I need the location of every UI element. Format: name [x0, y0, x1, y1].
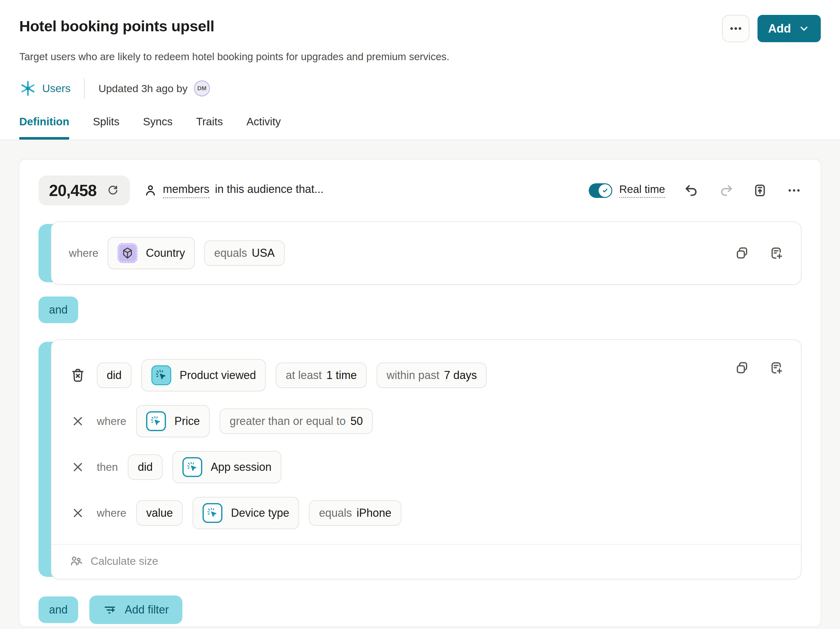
row-label-then: then: [97, 461, 118, 473]
joiner-and[interactable]: and: [38, 296, 78, 323]
undo-icon: [684, 183, 699, 198]
event-filter-row-device: where value Device type equals iPhone: [69, 490, 783, 536]
time-window-chip[interactable]: within past 7 days: [377, 363, 487, 388]
redo-button[interactable]: [718, 183, 733, 198]
value-label: value: [146, 506, 173, 520]
property-chip-country[interactable]: Country: [107, 237, 195, 269]
did-label: did: [107, 369, 122, 382]
event-row: did Product viewed at least 1 time withi…: [69, 352, 783, 398]
operator-chip-gte-50[interactable]: greater than or equal to 50: [219, 408, 373, 434]
entity-type-text: Users: [42, 82, 70, 95]
add-filter-label: Add filter: [125, 603, 169, 616]
note-add-icon: [769, 360, 783, 375]
tab-activity[interactable]: Activity: [246, 115, 281, 140]
pointer-click-icon: [152, 365, 171, 385]
close-icon: [71, 460, 85, 474]
audience-builder-card: 20,458 members in this audience that...: [19, 159, 821, 627]
row-label-where: where: [97, 507, 126, 519]
page-description: Target users who are likely to redeem ho…: [19, 51, 821, 63]
more-horizontal-icon: [729, 21, 743, 36]
add-note-button[interactable]: [769, 360, 783, 375]
realtime-toggle[interactable]: [589, 183, 612, 198]
then-event-row: then did App session: [69, 444, 783, 490]
members-link[interactable]: members: [163, 183, 209, 198]
operator-value: USA: [251, 247, 275, 260]
delete-condition-button[interactable]: [70, 367, 86, 383]
cube-icon: [118, 243, 137, 263]
operator-chip-equals-usa[interactable]: equals USA: [204, 240, 284, 266]
property-chip-label: Country: [146, 247, 185, 260]
event-chip-app-session[interactable]: App session: [172, 451, 281, 483]
condition-block-event: did Product viewed at least 1 time withi…: [38, 339, 802, 579]
pointer-click-icon: [182, 457, 202, 477]
operator-value: 50: [351, 415, 363, 428]
trash-x-icon: [70, 367, 86, 383]
window-value: 7 days: [444, 369, 477, 382]
operator-text: equals: [319, 506, 352, 520]
duplicate-condition-button[interactable]: [734, 246, 749, 260]
pointer-click-icon: [202, 503, 223, 523]
definition-panel: 20,458 members in this audience that...: [0, 140, 840, 629]
did-label: did: [138, 460, 153, 474]
operator-text: greater than or equal to: [229, 415, 346, 428]
property-chip-device-type[interactable]: Device type: [193, 497, 299, 529]
redo-icon: [718, 183, 733, 198]
save-draft-button[interactable]: [753, 183, 767, 198]
member-count-pill: 20,458: [38, 175, 130, 205]
card-more-button[interactable]: [787, 183, 802, 198]
event-chip-label: Product viewed: [180, 369, 256, 382]
undo-button[interactable]: [684, 183, 699, 198]
page-title: Hotel booking points upsell: [19, 17, 214, 35]
add-filter-button[interactable]: Add filter: [89, 596, 182, 624]
pointer-click-icon: [146, 411, 166, 431]
property-chip-price[interactable]: Price: [136, 405, 210, 437]
duplicate-condition-button[interactable]: [734, 360, 749, 375]
tab-definition[interactable]: Definition: [19, 115, 69, 140]
add-button[interactable]: Add: [758, 15, 821, 42]
filter-plus-icon: [103, 603, 117, 616]
tab-syncs[interactable]: Syncs: [143, 115, 172, 140]
event-chip-product-viewed[interactable]: Product viewed: [141, 359, 266, 391]
did-chip[interactable]: did: [128, 454, 163, 480]
operator-value: iPhone: [357, 506, 392, 520]
event-chip-label: App session: [211, 460, 272, 474]
snowflake-icon: [19, 80, 36, 97]
calculate-size-label: Calculate size: [91, 555, 158, 567]
vertical-divider: [84, 78, 85, 99]
entity-type-label: Users: [19, 80, 70, 97]
row-label-where: where: [97, 415, 126, 427]
refresh-count-button[interactable]: [106, 184, 119, 197]
property-chip-label: Device type: [231, 506, 289, 520]
tab-bar: Definition Splits Syncs Traits Activity: [0, 115, 840, 140]
chevron-down-icon: [798, 22, 810, 35]
tab-traits[interactable]: Traits: [196, 115, 223, 140]
close-icon: [71, 506, 85, 520]
property-chip-label: Price: [174, 415, 200, 428]
frequency-value: 1 time: [326, 369, 357, 382]
updated-text: Updated 3h ago by: [98, 82, 187, 95]
value-chip[interactable]: value: [136, 500, 183, 526]
add-note-button[interactable]: [769, 246, 783, 260]
more-actions-button[interactable]: [722, 15, 749, 42]
remove-row-button[interactable]: [71, 414, 85, 428]
note-add-icon: [769, 246, 783, 260]
copy-icon: [734, 360, 749, 375]
page-header: Hotel booking points upsell Add Target u…: [0, 0, 840, 99]
tab-splits[interactable]: Splits: [93, 115, 119, 140]
did-chip[interactable]: did: [97, 363, 131, 388]
condition-prefix: where: [69, 247, 98, 259]
joiner-and[interactable]: and: [38, 596, 78, 623]
people-icon: [69, 554, 83, 568]
operator-chip-equals-iphone[interactable]: equals iPhone: [309, 500, 401, 526]
close-icon: [71, 414, 85, 428]
more-horizontal-icon: [787, 183, 802, 198]
remove-row-button[interactable]: [71, 506, 85, 520]
user-icon: [144, 184, 157, 197]
frequency-chip[interactable]: at least 1 time: [276, 363, 367, 388]
remove-row-button[interactable]: [71, 460, 85, 474]
condition-block-country: where Country equals USA: [38, 221, 802, 285]
member-count: 20,458: [49, 181, 96, 200]
calculate-size-button[interactable]: Calculate size: [52, 544, 801, 579]
avatar: DM: [194, 80, 210, 96]
realtime-toggle-group[interactable]: Real time: [589, 183, 665, 198]
